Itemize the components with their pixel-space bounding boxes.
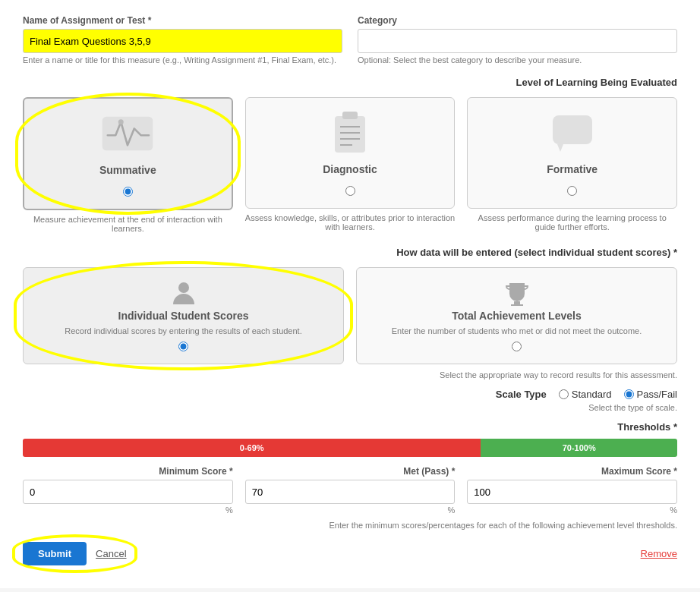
svg-rect-3: [342, 112, 358, 119]
svg-point-1: [118, 119, 124, 124]
standard-option[interactable]: Standard: [559, 389, 612, 400]
scale-type-section: Scale Type Standard Pass/Fail Select the…: [23, 389, 677, 412]
individual-radio[interactable]: [178, 342, 188, 351]
data-entry-title: How data will be entered (select individ…: [23, 247, 677, 258]
svg-marker-9: [557, 144, 563, 152]
scale-hint: Select the type of scale.: [23, 403, 677, 412]
individual-card-wrap: Individual Student Scores Record individ…: [23, 267, 344, 364]
summative-radio[interactable]: [123, 187, 133, 197]
standard-radio[interactable]: [559, 389, 569, 399]
min-score-label: Minimum Score *: [23, 466, 233, 477]
category-label: Category: [358, 15, 677, 26]
passfail-option[interactable]: Pass/Fail: [624, 389, 677, 400]
passfail-label: Pass/Fail: [637, 389, 677, 400]
met-score-suffix: %: [245, 505, 456, 515]
scale-type-label: Scale Type: [496, 389, 547, 400]
formative-card-wrap: Formative Assess performance during the …: [467, 97, 677, 233]
page-container: Name of Assignment or Test * Enter a nam…: [0, 0, 700, 588]
diagnostic-description: Assess knowledge, skills, or attributes …: [245, 213, 456, 231]
trophy-icon: [503, 280, 531, 310]
threshold-bar-red: 0-69%: [23, 439, 481, 457]
max-score-label: Maximum Score *: [467, 466, 677, 477]
svg-rect-12: [511, 304, 523, 306]
svg-rect-2: [335, 116, 365, 153]
name-label: Name of Assignment or Test *: [23, 15, 342, 26]
pulse-icon: [97, 111, 158, 156]
name-helper: Enter a name or title for this measure (…: [23, 55, 342, 65]
max-score-suffix: %: [467, 505, 677, 515]
svg-rect-11: [514, 301, 520, 304]
score-fields-row: Minimum Score * % Met (Pass) * % Maximum…: [23, 466, 677, 515]
person-icon: [170, 280, 197, 310]
submit-button[interactable]: Submit: [23, 542, 87, 565]
data-entry-section: How data will be entered (select individ…: [23, 247, 677, 379]
scale-type-row: Scale Type Standard Pass/Fail: [23, 389, 677, 400]
formative-card[interactable]: Formative: [467, 97, 677, 209]
min-score-suffix: %: [23, 505, 233, 515]
action-row: Submit Cancel Remove: [23, 542, 677, 565]
threshold-bar: 0-69% 70-100%: [23, 439, 677, 457]
clipboard-icon: [320, 110, 380, 156]
max-score-input[interactable]: [467, 480, 677, 504]
name-field-group: Name of Assignment or Test * Enter a nam…: [23, 15, 342, 65]
met-score-field: Met (Pass) * %: [245, 466, 456, 515]
diagnostic-card[interactable]: Diagnostic: [245, 97, 456, 209]
cancel-button[interactable]: Cancel: [96, 548, 126, 559]
thresholds-label: Thresholds *: [23, 421, 677, 433]
chat-icon: [542, 110, 603, 156]
standard-label: Standard: [572, 389, 612, 400]
category-input[interactable]: [358, 29, 677, 53]
category-field-group: Category Optional: Select the best categ…: [358, 15, 677, 65]
btn-group: Submit Cancel: [23, 542, 127, 565]
min-score-field: Minimum Score * %: [23, 466, 233, 515]
passfail-radio[interactable]: [624, 389, 634, 399]
scale-radio-group: Standard Pass/Fail: [559, 389, 677, 400]
total-card[interactable]: Total Achievement Levels Enter the numbe…: [356, 267, 677, 364]
diagnostic-card-wrap: Diagnostic Assess knowledge, skills, or …: [245, 97, 456, 233]
individual-desc: Record individual scores by entering the…: [65, 326, 301, 335]
name-input[interactable]: [23, 29, 342, 53]
formative-description: Assess performance during the learning p…: [467, 213, 677, 231]
met-score-label: Met (Pass) *: [245, 466, 456, 477]
summative-card-wrap: Summative Measure achievement at the end…: [23, 97, 233, 233]
min-score-input[interactable]: [23, 480, 233, 504]
diagnostic-title: Diagnostic: [323, 163, 377, 175]
svg-point-10: [178, 282, 189, 293]
data-entry-hint: Select the appropriate way to record res…: [23, 370, 677, 379]
diagnostic-radio[interactable]: [345, 186, 355, 196]
met-score-input[interactable]: [245, 480, 456, 504]
formative-title: Formative: [547, 163, 598, 175]
level-cards-row: Summative Measure achievement at the end…: [23, 97, 677, 233]
score-hint: Enter the minimum scores/percentages for…: [23, 521, 677, 530]
formative-radio[interactable]: [567, 186, 577, 196]
threshold-bar-green: 70-100%: [481, 439, 677, 457]
max-score-field: Maximum Score * %: [467, 466, 677, 515]
total-title: Total Achievement Levels: [452, 310, 581, 322]
remove-button[interactable]: Remove: [641, 548, 677, 559]
level-section-title: Level of Learning Being Evaluated: [23, 77, 677, 88]
summative-description: Measure achievement at the end of intera…: [23, 215, 233, 233]
summative-card[interactable]: Summative: [23, 97, 233, 210]
individual-title: Individual Student Scores: [118, 310, 249, 322]
summative-title: Summative: [99, 164, 156, 176]
data-cards-row: Individual Student Scores Record individ…: [23, 267, 677, 364]
total-card-wrap: Total Achievement Levels Enter the numbe…: [356, 267, 677, 364]
thresholds-section: Thresholds * 0-69% 70-100% Minimum Score…: [23, 421, 677, 530]
category-helper: Optional: Select the best category to de…: [358, 55, 677, 65]
submit-cancel-wrap: Submit Cancel: [23, 542, 127, 565]
svg-rect-8: [553, 115, 592, 144]
individual-card[interactable]: Individual Student Scores Record individ…: [23, 267, 344, 364]
total-radio[interactable]: [512, 342, 522, 351]
name-category-row: Name of Assignment or Test * Enter a nam…: [23, 15, 677, 65]
total-desc: Enter the number of students who met or …: [392, 326, 642, 335]
